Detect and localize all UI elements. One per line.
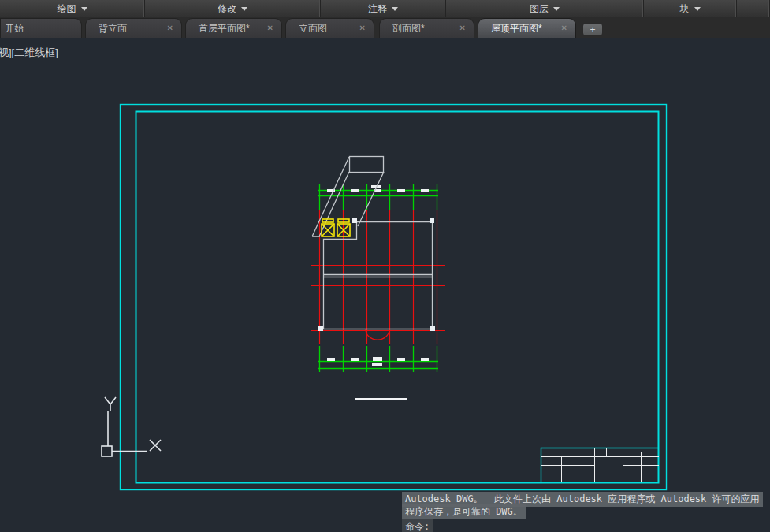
drawing-frame: [121, 105, 667, 490]
interior-wall: [323, 275, 433, 277]
ramp-top: [350, 157, 384, 173]
ucs-y-axis-label: [105, 397, 116, 411]
title-block: [541, 448, 660, 484]
dimension-lines-green: [318, 184, 438, 372]
ucs-x-axis-label: [150, 440, 161, 451]
scale-bar: [355, 398, 407, 400]
autocad-window: 绘图 修改 注释 图层 块 开始 背立面 首层平面图*: [0, 0, 770, 532]
roof-outline: [312, 157, 433, 329]
ucs-icon: [102, 397, 161, 456]
column-blocks-yellow: [322, 219, 350, 236]
command-prompt-input[interactable]: 命令:: [379, 523, 433, 532]
model-space-canvas[interactable]: [0, 0, 770, 532]
